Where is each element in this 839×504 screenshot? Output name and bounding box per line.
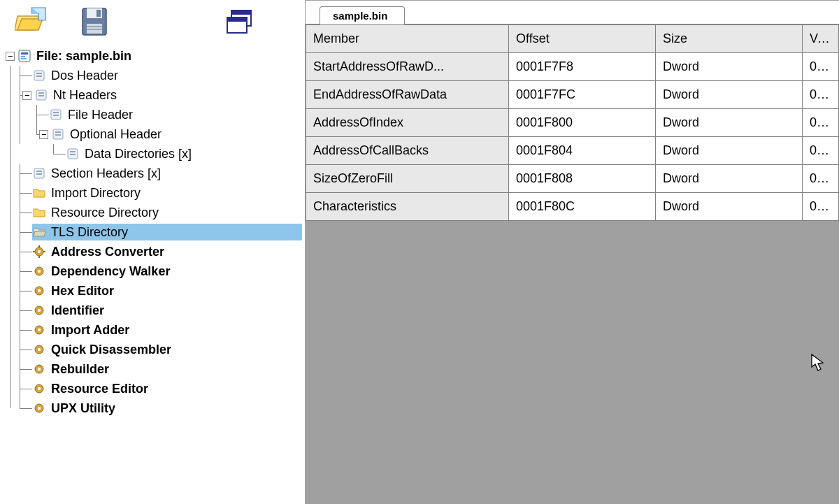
tree-item-import-directory[interactable]: Import Directory (6, 183, 302, 203)
cell-offset[interactable]: 0001F80C (509, 193, 656, 221)
cell-offset[interactable]: 0001F7F8 (509, 53, 656, 81)
toolbar (0, 0, 305, 43)
svg-rect-22 (38, 92, 44, 94)
svg-rect-26 (53, 115, 59, 116)
svg-rect-6 (96, 10, 101, 17)
tab-strip: sample.bin (306, 1, 839, 24)
svg-point-43 (38, 270, 41, 273)
members-table[interactable]: Member Offset Size Value StartAddressOfR… (306, 24, 839, 221)
struct-icon (34, 88, 48, 102)
svg-rect-15 (21, 52, 28, 55)
table-row[interactable]: SizeOfZeroFill0001F808Dword00000000 (306, 165, 839, 193)
collapse-icon[interactable]: − (22, 91, 31, 100)
open-file-button[interactable] (14, 4, 49, 39)
table-row[interactable]: AddressOfCallBacks0001F804Dword00478614 (306, 137, 839, 165)
svg-rect-34 (36, 171, 42, 172)
svg-rect-25 (53, 112, 59, 113)
table-row[interactable]: EndAddressOfRawData0001F7FCDword00478614 (306, 81, 839, 109)
cell-size[interactable]: Dword (656, 193, 803, 221)
tree-item-upx-utility[interactable]: UPX Utility (6, 398, 302, 418)
svg-rect-23 (38, 95, 44, 96)
cell-value[interactable]: 00478614 (803, 137, 839, 165)
collapse-icon[interactable]: − (39, 130, 48, 139)
tree-item-resource-editor[interactable]: Resource Editor (6, 379, 302, 398)
cell-size[interactable]: Dword (656, 165, 803, 193)
svg-rect-19 (36, 73, 42, 74)
cell-offset[interactable]: 0001F804 (509, 137, 656, 165)
svg-rect-9 (87, 29, 102, 30)
tree-item-section-headers[interactable]: Section Headers [x] (6, 164, 302, 183)
tree-root-label: File: sample.bin (34, 49, 134, 64)
cell-size[interactable]: Dword (656, 109, 803, 137)
tab-sample-bin[interactable]: sample.bin (320, 6, 405, 24)
col-value[interactable]: Value (803, 25, 839, 53)
gear-icon (32, 284, 46, 298)
tree-item-resource-directory[interactable]: Resource Directory (6, 203, 302, 222)
svg-rect-11 (231, 10, 251, 15)
col-member[interactable]: Member (306, 25, 509, 53)
svg-rect-13 (227, 17, 247, 22)
tree-item-address-converter[interactable]: Address Converter (6, 242, 302, 261)
save-button[interactable] (77, 4, 112, 39)
cell-value[interactable]: 00000000 (803, 193, 839, 221)
folder-icon (32, 206, 46, 219)
svg-point-53 (38, 368, 41, 370)
tree-item-data-directories[interactable]: Data Directories [x] (6, 144, 302, 164)
cell-value[interactable]: 00478610 (803, 53, 839, 81)
gear-icon (32, 382, 46, 396)
left-panel: − File: sample.bin Dos Header (0, 0, 306, 504)
svg-rect-17 (21, 58, 27, 59)
cell-member[interactable]: AddressOfIndex (306, 109, 509, 137)
col-offset[interactable]: Offset (509, 25, 656, 53)
collapse-icon[interactable]: − (6, 52, 15, 61)
cell-size[interactable]: Dword (656, 53, 803, 81)
tree-root[interactable]: − File: sample.bin (6, 46, 302, 66)
table-header-row: Member Offset Size Value (306, 25, 839, 53)
cell-member[interactable]: Characteristics (306, 193, 509, 221)
struct-icon (49, 108, 63, 122)
table-row[interactable]: Characteristics0001F80CDword00000000 (306, 193, 839, 221)
cell-size[interactable]: Dword (656, 81, 803, 109)
tree-item-nt-headers[interactable]: − Nt Headers (6, 85, 302, 105)
tree-item-file-header[interactable]: File Header (6, 105, 302, 124)
tree-item-dos-header[interactable]: Dos Header (6, 66, 302, 85)
cell-value[interactable]: 00478614 (803, 81, 839, 109)
svg-point-55 (38, 387, 41, 390)
table-row[interactable]: StartAddressOfRawD...0001F7F8Dword004786… (306, 53, 839, 81)
table-row[interactable]: AddressOfIndex0001F800Dword0040A03C (306, 109, 839, 137)
svg-point-37 (38, 250, 41, 253)
cell-offset[interactable]: 0001F800 (509, 109, 656, 137)
tree-item-quick-disassembler[interactable]: Quick Disassembler (6, 340, 302, 359)
cell-offset[interactable]: 0001F7FC (509, 81, 656, 109)
cell-value[interactable]: 0040A03C (803, 109, 839, 137)
struct-icon (32, 166, 46, 180)
svg-point-49 (38, 329, 41, 331)
cell-offset[interactable]: 0001F808 (509, 165, 656, 193)
svg-point-47 (38, 309, 41, 312)
folder-icon (32, 186, 46, 200)
cell-value[interactable]: 00000000 (803, 165, 839, 193)
col-size[interactable]: Size (656, 25, 803, 53)
svg-rect-29 (55, 134, 61, 136)
folder-open-icon (32, 225, 46, 239)
tree-item-dependency-walker[interactable]: Dependency Walker (6, 261, 302, 281)
gear-icon (32, 303, 46, 317)
cell-member[interactable]: SizeOfZeroFill (306, 165, 509, 193)
svg-rect-35 (36, 173, 42, 175)
cell-member[interactable]: EndAddressOfRawData (306, 81, 509, 109)
cell-size[interactable]: Dword (656, 137, 803, 165)
tree-item-tls-directory[interactable]: TLS Directory (6, 222, 302, 242)
tab-label: sample.bin (333, 10, 387, 22)
right-panel: sample.bin Member Offset Size Value Star… (306, 0, 839, 504)
cell-member[interactable]: StartAddressOfRawD... (306, 53, 509, 81)
svg-rect-32 (70, 154, 76, 155)
windows-button[interactable] (224, 4, 259, 39)
gear-icon (32, 401, 46, 415)
cell-member[interactable]: AddressOfCallBacks (306, 137, 509, 165)
tree-item-hex-editor[interactable]: Hex Editor (6, 281, 302, 301)
tree-item-rebuilder[interactable]: Rebuilder (6, 359, 302, 379)
tree-item-identifier[interactable]: Identifier (6, 301, 302, 320)
tree-view[interactable]: − File: sample.bin Dos Header (0, 43, 305, 504)
tree-item-import-adder[interactable]: Import Adder (6, 320, 302, 340)
tree-item-optional-header[interactable]: − Optional Header (6, 124, 302, 144)
